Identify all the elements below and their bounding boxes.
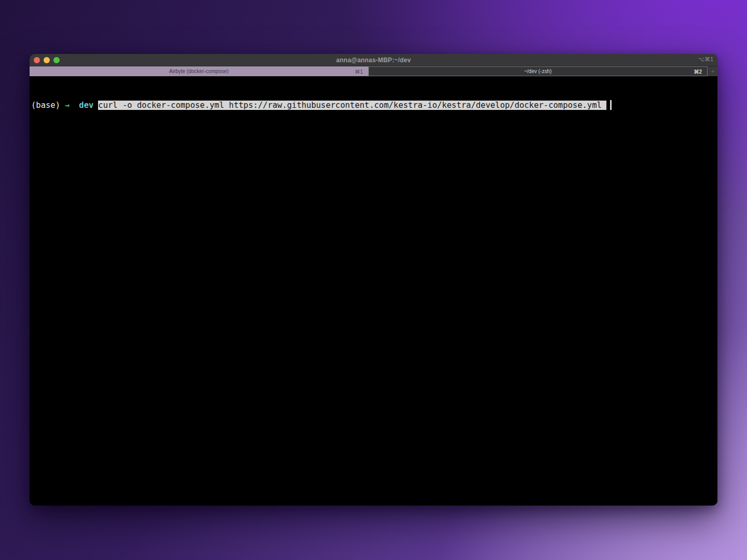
tab-dev-zsh-shortcut: ⌘2 [694, 68, 702, 74]
selected-command-text: curl -o docker-compose.yml https://raw.g… [98, 101, 606, 110]
traffic-lights [34, 54, 60, 66]
tab-dev-zsh-label: ~/dev (-zsh) [524, 68, 551, 74]
titlebar-shortcut: ⌥⌘1 [698, 56, 713, 63]
minimize-button[interactable] [44, 57, 50, 63]
terminal-window: anna@annas-MBP:~/dev ⌥⌘1 Airbyte (docker… [30, 54, 717, 506]
tab-bar: Airbyte (docker-compose) ⌘1 ~/dev (-zsh)… [30, 66, 717, 76]
close-button[interactable] [34, 57, 40, 63]
window-title: anna@annas-MBP:~/dev [336, 57, 411, 64]
tab-airbyte-shortcut: ⌘1 [355, 68, 363, 74]
terminal-cursor-tail [610, 100, 612, 110]
tab-airbyte[interactable]: Airbyte (docker-compose) ⌘1 [30, 66, 368, 76]
terminal-cursor [606, 100, 610, 110]
prompt-arrow-icon: → [65, 101, 70, 110]
new-tab-button[interactable]: + [708, 66, 717, 76]
title-bar[interactable]: anna@annas-MBP:~/dev ⌥⌘1 [30, 54, 717, 66]
tab-airbyte-label: Airbyte (docker-compose) [169, 68, 228, 74]
desktop-background: anna@annas-MBP:~/dev ⌥⌘1 Airbyte (docker… [0, 0, 747, 560]
prompt-conda-env: (base) [31, 101, 60, 110]
tab-dev-zsh[interactable]: ~/dev (-zsh) ⌘2 [368, 66, 708, 76]
fullscreen-button[interactable] [53, 57, 60, 63]
terminal-viewport[interactable]: (base)→devcurl -o docker-compose.yml htt… [30, 76, 717, 506]
prompt-line: (base)→devcurl -o docker-compose.yml htt… [31, 100, 716, 111]
prompt-directory: dev [79, 101, 93, 110]
